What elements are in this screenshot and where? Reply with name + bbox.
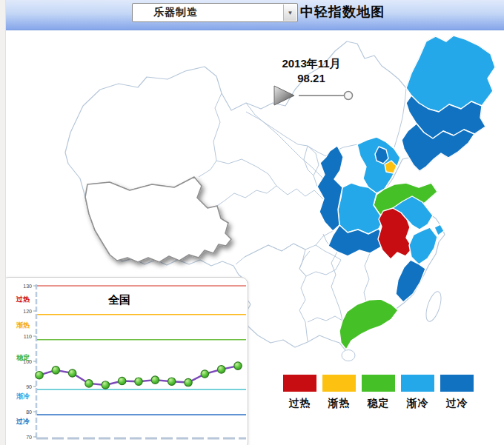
province-heilongjiang[interactable] xyxy=(406,36,495,112)
legend-swatch xyxy=(401,375,434,392)
svg-text:70: 70 xyxy=(26,435,32,440)
svg-text:120: 120 xyxy=(23,309,32,314)
svg-text:全国: 全国 xyxy=(107,293,130,306)
legend-swatch xyxy=(322,375,356,392)
header-bar: 乐器制造 ▼ 中轻指数地图 xyxy=(5,0,504,30)
map-legend: 过热渐热稳定渐冷过冷 xyxy=(283,375,474,410)
legend-item-2: 渐热 xyxy=(322,375,356,410)
svg-text:110: 110 xyxy=(24,334,32,339)
legend-item-4: 渐冷 xyxy=(401,375,434,410)
legend-swatch xyxy=(283,375,316,392)
map-area: 2013年11月 98.21 xyxy=(5,30,504,445)
legend-item-1: 过热 xyxy=(283,375,316,410)
chevron-down-icon[interactable]: ▼ xyxy=(283,4,296,21)
svg-text:过热: 过热 xyxy=(16,295,30,303)
legend-label: 稳定 xyxy=(368,397,390,410)
legend-label: 过冷 xyxy=(446,397,468,410)
industry-dropdown-value: 乐器制造 xyxy=(133,6,282,19)
svg-text:130: 130 xyxy=(23,284,32,289)
national-chart-panel: 130120110100908070过热渐热稳定渐冷过冷全国 xyxy=(1,277,248,445)
window-left-border xyxy=(0,0,6,445)
slider-knob[interactable] xyxy=(345,92,353,100)
current-index-value: 98.21 xyxy=(259,72,363,84)
legend-swatch xyxy=(362,375,395,392)
legend-swatch xyxy=(440,375,474,392)
province-beijing[interactable] xyxy=(375,147,388,164)
current-period: 2013年11月 xyxy=(259,57,363,71)
time-control: 2013年11月 98.21 xyxy=(259,57,363,111)
province-taiwan[interactable] xyxy=(423,290,444,324)
svg-text:渐热: 渐热 xyxy=(16,321,30,329)
legend-label: 渐冷 xyxy=(407,397,429,410)
play-button[interactable] xyxy=(274,86,294,105)
national-index-chart: 130120110100908070过热渐热稳定渐冷过冷全国 xyxy=(2,278,246,445)
time-slider xyxy=(259,84,363,108)
svg-text:渐冷: 渐冷 xyxy=(16,392,30,400)
province-hainan[interactable] xyxy=(342,350,355,361)
legend-item-3: 稳定 xyxy=(362,375,395,410)
industry-dropdown[interactable]: 乐器制造 ▼ xyxy=(132,3,298,22)
legend-label: 过热 xyxy=(289,397,311,410)
page-title: 中轻指数地图 xyxy=(300,3,385,21)
legend-item-5: 过冷 xyxy=(440,375,474,410)
legend-label: 渐热 xyxy=(328,397,351,410)
svg-text:过冷: 过冷 xyxy=(16,418,30,425)
app-window: 乐器制造 ▼ 中轻指数地图 xyxy=(5,0,504,445)
svg-text:稳定: 稳定 xyxy=(16,354,30,361)
svg-text:90: 90 xyxy=(26,384,32,389)
svg-text:80: 80 xyxy=(26,409,32,415)
